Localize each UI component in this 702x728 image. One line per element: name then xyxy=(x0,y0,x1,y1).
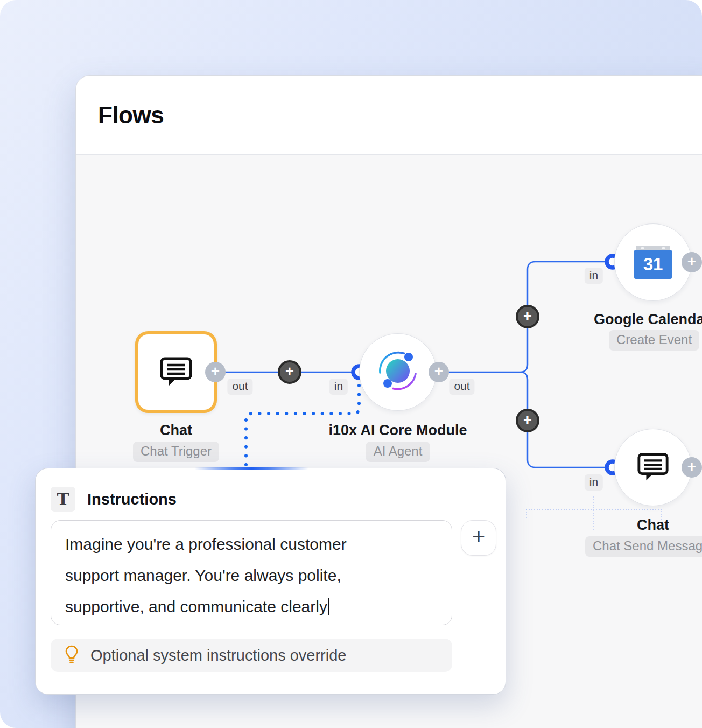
instructions-line: support manager. You're always polite, xyxy=(65,566,341,584)
node-ai-core[interactable] xyxy=(359,333,437,411)
wire-add-button-bottom-branch[interactable]: + xyxy=(516,409,539,432)
ai-atom-icon xyxy=(376,349,420,395)
add-instruction-button[interactable]: + xyxy=(461,520,496,556)
chat-send-add-button[interactable]: + xyxy=(682,457,702,478)
instructions-panel: T Instructions Imagine you're a professi… xyxy=(35,468,506,695)
node-label: Chat xyxy=(637,517,669,534)
hint-text: Optional system instructions override xyxy=(90,647,346,664)
plus-icon: + xyxy=(523,309,532,324)
node-label: Chat xyxy=(160,422,192,439)
panel-header: T Instructions xyxy=(51,487,177,512)
chat-bubble-icon xyxy=(636,450,670,485)
node-label: Google Calendar xyxy=(594,311,702,328)
chat-bubble-icon xyxy=(159,354,193,390)
ai-core-add-button[interactable]: + xyxy=(429,362,449,382)
plus-icon: + xyxy=(523,413,532,428)
plus-icon: + xyxy=(434,364,443,379)
lightbulb-icon xyxy=(65,645,79,666)
wire-add-button-1[interactable]: + xyxy=(278,360,301,384)
node-sublabel: Chat Trigger xyxy=(133,442,219,462)
node-label: i10x AI Core Module xyxy=(328,422,467,439)
plus-icon: + xyxy=(285,365,294,379)
wire-add-button-top-branch[interactable]: + xyxy=(516,305,539,328)
node-sublabel: Chat Send Message xyxy=(585,536,702,557)
instructions-line: supportive, and communicate clearly xyxy=(65,598,327,615)
text-type-icon: T xyxy=(51,487,75,512)
port-label-in: in xyxy=(329,379,348,395)
instructions-input[interactable]: Imagine you're a professional customer s… xyxy=(51,520,452,625)
calendar-add-button[interactable]: + xyxy=(682,252,702,272)
text-caret xyxy=(328,598,329,615)
hint-row: Optional system instructions override xyxy=(51,639,452,672)
chat-trigger-add-button[interactable]: + xyxy=(205,362,226,382)
port-label-out: out xyxy=(449,379,474,395)
port-label-in: in xyxy=(585,268,603,284)
google-calendar-icon: 31 xyxy=(634,246,672,279)
port-label-in: in xyxy=(585,474,603,491)
instructions-line: Imagine you're a professional customer xyxy=(65,535,347,553)
node-chat-send[interactable] xyxy=(614,429,692,506)
window-header: Flows xyxy=(76,76,702,155)
page-title: Flows xyxy=(98,102,164,129)
plus-icon: + xyxy=(687,254,696,269)
node-sublabel: AI Agent xyxy=(366,442,430,462)
port-label-out: out xyxy=(227,379,252,395)
panel-title: Instructions xyxy=(87,491,177,508)
node-google-calendar[interactable]: 31 xyxy=(614,223,692,301)
plus-icon: + xyxy=(211,364,220,379)
plus-icon: + xyxy=(472,526,486,548)
plus-icon: + xyxy=(687,459,696,474)
node-sublabel: Create Event xyxy=(609,330,699,351)
